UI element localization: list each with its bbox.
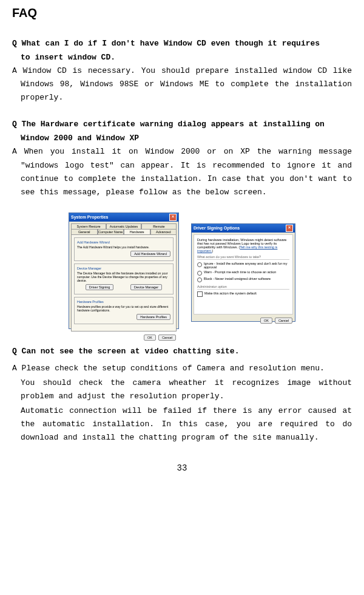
- question-1-line2: to insert window CD.: [21, 53, 352, 62]
- admin-heading: Administrator option: [197, 285, 289, 290]
- titlebar: System Properties ×: [69, 213, 178, 222]
- answer-3-line2: You should check the camera wheather it …: [12, 376, 352, 403]
- tab-hardware[interactable]: Hardware: [124, 229, 150, 234]
- group-title: Add Hardware Wizard: [77, 240, 170, 244]
- intro-text: During hardware installation, Windows mi…: [197, 238, 289, 253]
- radio-ignore[interactable]: Ignore - Install the software anyway and…: [197, 262, 289, 269]
- question-2-line1: Q The Hardware certificate warning dialo…: [12, 118, 352, 131]
- close-icon[interactable]: ×: [169, 214, 177, 221]
- titlebar: Driver Signing Options ×: [192, 224, 295, 233]
- answer-3-line3: Automatic connection will be failed if t…: [12, 404, 352, 444]
- add-hardware-group: Add Hardware Wizard The Add Hardware Wiz…: [74, 237, 174, 261]
- action-heading: What action do you want Windows to take?: [197, 255, 289, 260]
- group-title: Hardware Profiles: [77, 300, 170, 304]
- document-page: FAQ Q What can I do if I don't have Wind…: [3, 0, 361, 485]
- question-3: Q Can not see the screen at video chatti…: [12, 345, 352, 358]
- ok-button[interactable]: OK: [144, 335, 156, 341]
- page-title: FAQ: [12, 6, 352, 20]
- tab-auto-updates[interactable]: Automatic Updates: [106, 223, 141, 229]
- radio-icon: [197, 271, 202, 276]
- radio-label: Block - Never install unsigned driver so…: [204, 277, 271, 280]
- system-properties-window: System Properties × System Restore Autom…: [69, 212, 179, 329]
- answer-1: A Window CD is necessary. You should pre…: [12, 64, 352, 104]
- tab-remote[interactable]: Remote: [141, 223, 177, 229]
- group-title: Device Manager: [77, 267, 170, 270]
- tab-computer-name[interactable]: Computer Name: [98, 229, 124, 234]
- cancel-button[interactable]: Cancel: [275, 318, 292, 324]
- dialog-body: During hardware installation, Windows mi…: [194, 234, 293, 314]
- driver-signing-window: Driver Signing Options × During hardware…: [191, 223, 295, 322]
- hardware-profiles-button[interactable]: Hardware Profiles: [136, 314, 170, 320]
- question-1-line1: Q What can I do if I don't have Window C…: [12, 37, 352, 50]
- checkbox-default[interactable]: Make this action the system default: [197, 291, 289, 297]
- cancel-button[interactable]: Cancel: [158, 335, 176, 341]
- radio-label: Warn - Prompt me each time to choose an …: [204, 270, 276, 274]
- group-text: The Device Manager lists all the hardwar…: [77, 271, 170, 282]
- answer-3-line1: A Please check the setup conditions of C…: [12, 362, 352, 375]
- tabs-row1: System Restore Automatic Updates Remote: [69, 222, 178, 229]
- radio-icon: [197, 277, 202, 282]
- question-2-line2: Window 2000 and Window XP: [21, 134, 352, 143]
- radio-icon: [197, 262, 202, 267]
- dialog-buttons: OK Cancel: [69, 333, 178, 343]
- group-text: Hardware profiles provide a way for you …: [77, 305, 170, 312]
- device-manager-group: Device Manager The Device Manager lists …: [74, 264, 174, 294]
- close-icon[interactable]: ×: [286, 225, 293, 232]
- radio-warn[interactable]: Warn - Prompt me each time to choose an …: [197, 270, 289, 276]
- tab-advanced[interactable]: Advanced: [150, 229, 177, 234]
- hardware-profiles-group: Hardware Profiles Hardware profiles prov…: [74, 297, 174, 324]
- dialog-buttons: OK Cancel: [192, 316, 295, 326]
- page-number: 33: [12, 463, 352, 473]
- radio-label: Ignore - Install the software anyway and…: [204, 262, 289, 269]
- tabs-row2: General Computer Name Hardware Advanced: [69, 229, 178, 234]
- window-title: System Properties: [71, 215, 108, 219]
- window-title: Driver Signing Options: [194, 226, 240, 230]
- tab-system-restore[interactable]: System Restore: [71, 223, 106, 229]
- group-text: The Add Hardware Wizard helps you instal…: [77, 245, 170, 249]
- add-hardware-wizard-button[interactable]: Add Hardware Wizard: [130, 251, 170, 257]
- tab-general[interactable]: General: [71, 229, 98, 234]
- driver-signing-button[interactable]: Driver Signing: [86, 284, 114, 290]
- device-manager-button[interactable]: Device Manager: [130, 284, 162, 290]
- answer-2: A When you install it on Window 2000 or …: [12, 145, 352, 199]
- radio-block[interactable]: Block - Never install unsigned driver so…: [197, 277, 289, 282]
- tab-body: Add Hardware Wizard The Add Hardware Wiz…: [71, 234, 177, 332]
- figures-row: System Properties × System Restore Autom…: [12, 212, 352, 329]
- checkbox-label: Make this action the system default: [204, 291, 257, 295]
- checkbox-icon: [197, 291, 203, 297]
- ok-button[interactable]: OK: [260, 318, 272, 324]
